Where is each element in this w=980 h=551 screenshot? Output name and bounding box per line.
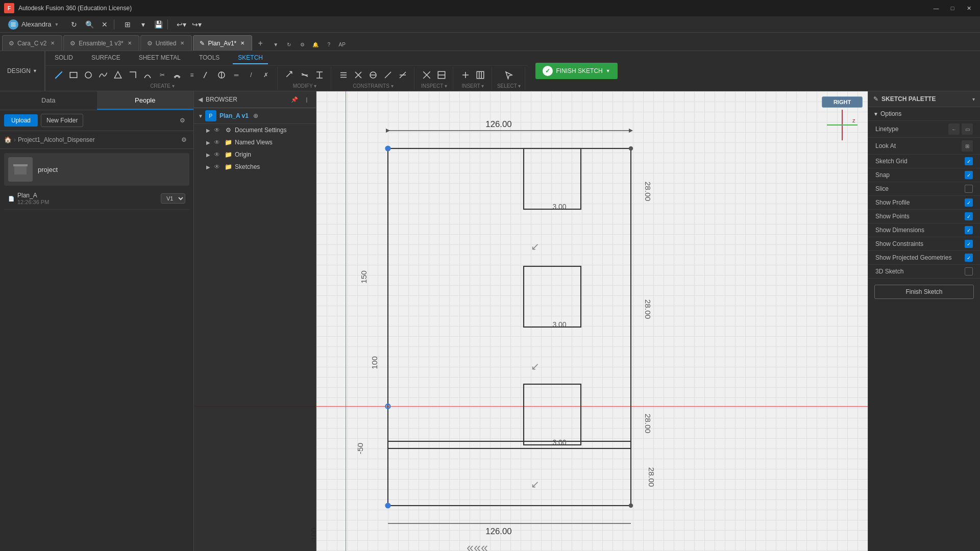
tab-cara-c-close[interactable]: ✕ [50,39,56,47]
browser-collapse-icon[interactable]: | [302,94,312,105]
upload-button[interactable]: Upload [4,114,38,127]
3d-sketch-check[interactable] [965,267,973,276]
root-target-icon[interactable]: ⊕ [253,112,258,119]
show-projected-check[interactable]: ✓ [965,254,973,262]
show-dimensions-check[interactable]: ✓ [965,226,973,234]
constraint-tool3[interactable] [366,68,380,82]
close-panel-icon[interactable]: ✕ [97,17,112,32]
constraint-tool4[interactable] [381,68,395,82]
trim-tool[interactable]: ✂ [155,68,169,82]
undo-icon[interactable]: ↩▾ [174,17,188,32]
tab-untitled-close[interactable]: ✕ [179,39,185,47]
insert-tool2[interactable] [473,68,487,82]
constraint-tool2[interactable] [351,68,365,82]
search-icon[interactable]: 🔍 [82,17,96,32]
browser-pin-icon[interactable]: 📌 [289,94,300,105]
hatch-tool[interactable]: ≡ [185,68,199,82]
tab-plan-av1[interactable]: ✎ Plan_Av1* ✕ [193,35,252,51]
slice-check[interactable] [965,185,973,193]
breadcrumb-home-icon[interactable]: 🏠 [4,136,12,143]
file-menu-icon[interactable]: ▾ [136,17,150,32]
project-item[interactable]: project [4,153,189,186]
linetype-icon1[interactable]: ← [948,123,960,135]
modify-tool3[interactable] [312,68,327,82]
tab-account-icon[interactable]: AP [336,38,348,51]
modify-tool1[interactable] [283,68,297,82]
select-tool1[interactable] [502,68,516,82]
tab-list-icon[interactable]: ▼ [270,38,282,51]
grid-icon[interactable]: ⊞ [120,17,135,32]
tree-item-origin[interactable]: ▶ 👁 📁 Origin [194,148,316,161]
refresh-icon[interactable]: ↻ [67,17,81,32]
inspect-tool1[interactable] [420,68,434,82]
palette-options-section[interactable]: ▼ Options [868,107,980,121]
mode-sheet-metal[interactable]: SHEET METAL [134,52,186,64]
tab-cara-c[interactable]: ⚙ Cara_C v2 ✕ [2,35,62,51]
mode-sketch[interactable]: SKETCH [233,52,268,64]
line-tool[interactable] [52,68,66,82]
pattern-tool[interactable]: ✗ [259,68,273,82]
rect-corner-tool[interactable] [126,68,140,82]
mode-solid[interactable]: SOLID [50,52,78,64]
finish-sketch-button[interactable]: ✓ FINISH SKETCH ▼ [535,63,617,79]
triangle-tool[interactable] [111,68,125,82]
modify-tool2[interactable] [298,68,312,82]
offset-tool[interactable] [170,68,184,82]
close-button[interactable]: ✕ [962,3,976,13]
mode-tools[interactable]: TOOLS [194,52,225,64]
panel-tab-people[interactable]: People [97,91,194,110]
plan-a-item[interactable]: 📄 Plan_A 12:26:36 PM V1 [8,190,185,207]
line-diag-tool[interactable] [200,68,214,82]
rect-tool[interactable] [66,68,81,82]
mode-surface[interactable]: SURFACE [86,52,126,64]
view-right-label[interactable]: RIGHT [822,96,863,108]
mirror-tool[interactable]: / [244,68,258,82]
equal-tool[interactable]: ═ [229,68,243,82]
new-folder-button[interactable]: New Folder [41,114,83,127]
breadcrumb-project[interactable]: Project1_Alcohol_Dispenser [18,136,95,143]
inspect-tool2[interactable] [434,68,449,82]
browser-root[interactable]: ▼ P Plan_A v1 ⊕ [194,108,316,124]
tab-plan-av1-close[interactable]: ✕ [239,39,246,47]
tab-ensamble-close[interactable]: ✕ [127,39,133,47]
insert-tool1[interactable] [458,68,473,82]
tab-settings-icon[interactable]: ⚙ [296,38,308,51]
tree-item-named-views[interactable]: ▶ 👁 📁 Named Views [194,136,316,148]
linetype-icon2[interactable]: ▭ [962,123,973,135]
palette-header[interactable]: ✎ SKETCH PALETTE ▾ [868,91,980,107]
panel-tab-data[interactable]: Data [0,91,97,110]
tab-ensamble[interactable]: ⚙ Ensamble_1 v3* ✕ [63,35,139,51]
tab-untitled[interactable]: ⚙ Untitled ✕ [140,35,192,51]
spline-tool[interactable] [96,68,110,82]
version-select[interactable]: V1 [161,193,185,204]
constraint-tool1[interactable] [336,68,351,82]
redo-icon[interactable]: ↪▾ [189,17,204,32]
sketch-grid-check[interactable]: ✓ [965,157,973,165]
constraint-tool5[interactable] [396,68,410,82]
design-mode-button[interactable]: DESIGN ▼ [4,62,40,80]
circle-tool[interactable] [81,68,95,82]
tree-item-doc-settings[interactable]: ▶ 👁 ⚙ Document Settings [194,124,316,136]
look-at-icon[interactable]: ⊞ [962,140,973,152]
browser-collapse-arrow[interactable]: ◀ [198,96,203,103]
palette-collapse-icon[interactable]: ▾ [972,96,975,102]
arc-tool[interactable] [140,68,155,82]
show-constraints-check[interactable]: ✓ [965,240,973,248]
show-profile-check[interactable]: ✓ [965,198,973,207]
save-icon[interactable]: 💾 [151,17,165,32]
tab-help-icon[interactable]: ? [323,38,335,51]
tree-item-sketches[interactable]: ▶ 👁 📁 Sketches [194,161,316,173]
minimize-button[interactable]: — [929,3,943,13]
tab-add-button[interactable]: + [253,36,267,51]
user-section[interactable]: Alexandra ▼ [4,17,63,32]
show-points-check[interactable]: ✓ [965,212,973,220]
tab-notification-icon[interactable]: 🔔 [309,38,322,51]
tab-refresh-icon[interactable]: ↻ [283,38,295,51]
view-cube[interactable]: RIGHT Z [822,96,863,137]
snap-check[interactable]: ✓ [965,171,973,179]
panel-settings-icon[interactable]: ⚙ [175,113,189,128]
breadcrumb-settings-icon[interactable]: ⚙ [178,134,189,145]
circle-pt-tool[interactable] [214,68,229,82]
maximize-button[interactable]: □ [945,3,960,13]
finish-sketch-palette-button[interactable]: Finish Sketch [874,285,974,299]
